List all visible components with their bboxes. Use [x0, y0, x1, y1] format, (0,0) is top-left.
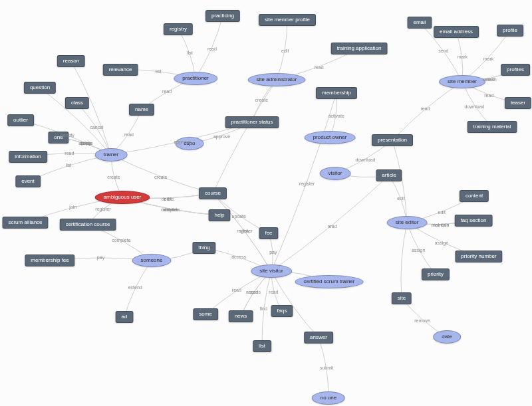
graph-node-help[interactable]: help [208, 209, 230, 221]
graph-node-site[interactable]: site [392, 292, 412, 304]
graph-edge-label: list [66, 163, 72, 167]
graph-node-someone[interactable]: someone [132, 254, 172, 267]
graph-node-certified-scrum-trainer[interactable]: certified scrum trainer [295, 275, 364, 288]
graph-node-profiles[interactable]: profiles [501, 64, 530, 76]
graph-node-date[interactable]: date [433, 330, 461, 344]
graph-node-priority[interactable]: priority [422, 268, 450, 280]
graph-edge-label: copy [81, 141, 91, 146]
graph-edge-label: read [484, 93, 493, 98]
graph-node-site-member[interactable]: site member [439, 75, 485, 88]
graph-node-label: scrum alliance [8, 219, 42, 225]
graph-node-trainer[interactable]: trainer [95, 148, 128, 161]
graph-node-product-owner[interactable]: product owner [305, 131, 356, 144]
graph-edge-label: register [299, 181, 315, 185]
graph-node-faqs[interactable]: faqs [271, 305, 293, 317]
graph-node-membership-fee[interactable]: membership fee [25, 254, 74, 266]
graph-edge-label: send [438, 48, 448, 52]
graph-node-class[interactable]: class [65, 97, 89, 109]
graph-edge [77, 103, 111, 155]
graph-edge-label: assign [435, 240, 448, 245]
graph-node-presentation[interactable]: presentation [372, 134, 413, 146]
graph-edge-label: edit [438, 210, 446, 215]
graph-node-no-one[interactable]: no one [312, 391, 345, 405]
graph-node-site-visitor[interactable]: site visitor [251, 264, 292, 278]
graph-node-site-member-profile[interactable]: site member profile [259, 14, 316, 26]
graph-edge-label: list [156, 68, 162, 73]
graph-edge [271, 175, 389, 271]
graph-node-label: class [71, 100, 83, 106]
graph-node-profile[interactable]: profile [497, 25, 523, 37]
graph-node-label: email [413, 19, 426, 25]
graph-edge [392, 82, 462, 140]
graph-node-thing[interactable]: thing [192, 242, 215, 254]
graph-edge-label: access [246, 290, 261, 294]
graph-node-certification-course[interactable]: certification course [60, 219, 116, 231]
graph-node-email-address[interactable]: email address [434, 26, 479, 38]
graph-node-fee[interactable]: fee [259, 227, 278, 239]
graph-node-training-application[interactable]: training application [331, 43, 388, 54]
graph-node-label: teaser [511, 100, 525, 106]
graph-node-event[interactable]: event [15, 175, 41, 187]
graph-node-information[interactable]: information [9, 151, 47, 163]
graph-edge-label: join [69, 205, 76, 209]
graph-node-outlier[interactable]: outlier [7, 114, 34, 126]
graph-edge-label: delete [164, 207, 177, 212]
graph-edge-label: read [124, 132, 134, 136]
graph-node-membership[interactable]: membership [316, 87, 357, 99]
graph-node-label: relevance [109, 66, 132, 72]
graph-node-one[interactable]: one [48, 132, 68, 144]
graph-edge-label: read [232, 288, 241, 292]
graph-edge [196, 16, 223, 78]
graph-node-teaser[interactable]: teaser [505, 97, 531, 109]
graph-edge-label: update [231, 213, 245, 218]
graph-node-practicing[interactable]: practicing [205, 10, 240, 22]
graph-node-label: content [466, 193, 483, 199]
graph-edge-label: activate [329, 114, 344, 118]
graph-node-label: priority [428, 271, 444, 277]
graph-node-label: membership fee [31, 257, 68, 263]
graph-node-email[interactable]: email [407, 17, 432, 29]
graph-node-scrum-alliance[interactable]: scrum alliance [2, 217, 48, 229]
graph-node-faq-section[interactable]: faq section [455, 215, 493, 227]
graph-node-answer[interactable]: answer [304, 332, 333, 344]
graph-node-training-material[interactable]: training material [467, 121, 517, 133]
graph-node-practitioner-status[interactable]: practitioner status [225, 116, 279, 128]
graph-edge-label: read [207, 46, 217, 51]
graph-node-site-editor[interactable]: site editor [387, 216, 428, 229]
graph-edge-label: update [78, 141, 92, 146]
graph-node-label: certified scrum trainer [304, 278, 355, 284]
graph-node-label: one [54, 134, 63, 140]
graph-node-visitor[interactable]: visitor [320, 167, 351, 180]
graph-edge-label: read [328, 223, 337, 228]
graph-node-content[interactable]: content [460, 190, 489, 202]
graph-node-some[interactable]: some [193, 308, 218, 320]
graph-node-registry[interactable]: registry [164, 23, 193, 35]
graph-edge [213, 80, 277, 193]
graph-node-relevance[interactable]: relevance [103, 64, 138, 76]
graph-edge [241, 271, 271, 316]
graph-edge [319, 338, 329, 398]
graph-edge [241, 271, 271, 316]
graph-edge-label: read [315, 64, 324, 69]
graph-node-cspo[interactable]: cspo [176, 137, 204, 150]
graph-node-list[interactable]: list [253, 340, 271, 352]
graph-node-reason[interactable]: reason [57, 55, 85, 67]
graph-edge [401, 223, 407, 298]
graph-node-priority-number[interactable]: priority number [455, 251, 502, 262]
graph-node-news[interactable]: news [229, 310, 253, 322]
graph-node-ambiguous-user[interactable]: ambiguous user [95, 191, 150, 204]
graph-node-course[interactable]: course [199, 187, 227, 199]
graph-edge-label: maintain [432, 223, 449, 227]
graph-node-ad[interactable]: ad [116, 311, 134, 323]
graph-node-question[interactable]: question [24, 82, 56, 94]
graph-node-site-administrator[interactable]: site administrator [248, 73, 306, 86]
graph-edge [124, 260, 152, 317]
graph-node-practitioner[interactable]: practitioner [174, 72, 217, 85]
graph-edge-label: mark [457, 54, 467, 58]
graph-node-name[interactable]: name [129, 104, 154, 116]
graph-node-article[interactable]: article [376, 169, 402, 181]
graph-edge-label: read [269, 290, 278, 294]
graph-edge-label: submit [320, 365, 334, 369]
graph-node-label: faq section [461, 217, 487, 223]
graph-node-label: information [15, 153, 41, 159]
